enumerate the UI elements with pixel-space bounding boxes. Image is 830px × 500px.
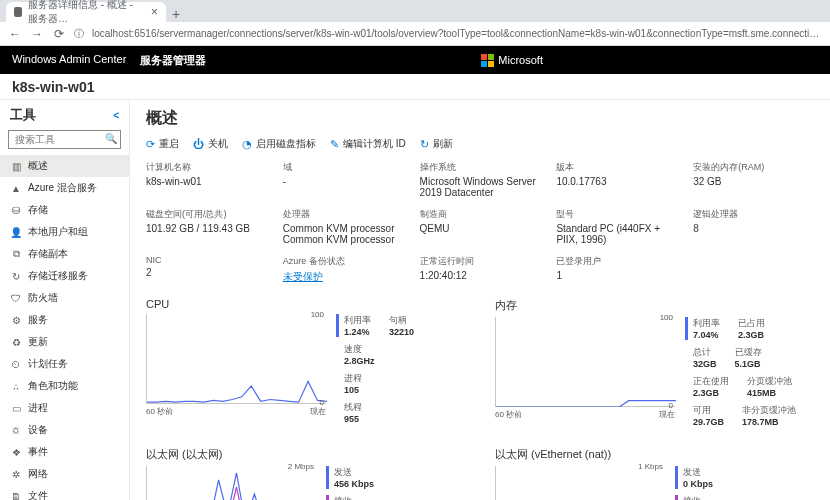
shutdown-button[interactable]: ⏻关机 <box>193 137 228 151</box>
nav-icon: ❖ <box>10 446 22 458</box>
metric: 已缓存5.1GB <box>727 346 762 369</box>
property-field: 逻辑处理器8 <box>693 208 814 245</box>
property-field: 正常运行时间1:20:40:12 <box>420 255 541 284</box>
refresh-button[interactable]: ↻刷新 <box>420 137 453 151</box>
sidebar-item-0[interactable]: ▥概述 <box>0 155 129 177</box>
sidebar-title: 工具 <box>10 106 36 124</box>
chart-title: 内存 <box>495 298 814 313</box>
breadcrumb[interactable]: 服务器管理器 <box>140 53 206 68</box>
sidebar-item-6[interactable]: 🛡防火墙 <box>0 287 129 309</box>
sidebar-item-label: 更新 <box>28 335 48 349</box>
field-label: 安装的内存(RAM) <box>693 161 814 174</box>
property-field: 制造商QEMU <box>420 208 541 245</box>
sidebar-item-label: 角色和功能 <box>28 379 78 393</box>
field-label: 域 <box>283 161 404 174</box>
edit-id-button[interactable]: ✎编辑计算机 ID <box>330 137 406 151</box>
chart-block: 以太网 (vEthernet (nat)) 1 Kbps 0 发送0 Kbps接… <box>495 447 814 500</box>
back-icon[interactable]: ← <box>8 27 22 41</box>
sidebar-item-8[interactable]: ♻更新 <box>0 331 129 353</box>
field-label: Azure 备份状态 <box>283 255 404 268</box>
field-label: 操作系统 <box>420 161 541 174</box>
sidebar-item-15[interactable]: 🗎文件 <box>0 485 129 500</box>
field-label: NIC <box>146 255 267 265</box>
field-value: 1:20:40:12 <box>420 270 541 281</box>
field-label: 正常运行时间 <box>420 255 541 268</box>
brand-label[interactable]: Windows Admin Center <box>12 53 126 68</box>
forward-icon[interactable]: → <box>30 27 44 41</box>
sidebar-item-7[interactable]: ⚙服务 <box>0 309 129 331</box>
chart-canvas: 2 Mbps 0 <box>146 466 316 500</box>
sidebar-item-2[interactable]: ⛁存储 <box>0 199 129 221</box>
nav-icon: ▲ <box>10 182 22 194</box>
chart-metrics: 发送0 Kbps接收0 Kbps <box>675 466 713 500</box>
sidebar-item-3[interactable]: 👤本地用户和组 <box>0 221 129 243</box>
sidebar-item-9[interactable]: ⏲计划任务 <box>0 353 129 375</box>
field-value: Microsoft Windows Server 2019 Datacenter <box>420 176 541 198</box>
sidebar-item-11[interactable]: ▭进程 <box>0 397 129 419</box>
azure-backup-link[interactable]: 未受保护 <box>283 271 323 282</box>
field-value: QEMU <box>420 223 541 234</box>
sidebar-item-label: 计划任务 <box>28 357 68 371</box>
field-value: 1 <box>556 270 677 281</box>
server-name: k8s-win-w01 <box>12 79 94 95</box>
charts-area: CPU 100 0 60 秒前现在 利用率1.24%句柄32210速度2.8GH… <box>146 298 814 500</box>
field-value: 8 <box>693 223 814 234</box>
field-label: 版本 <box>556 161 677 174</box>
chart-metrics: 利用率7.04%已占用2.3GB总计32GB已缓存5.1GB正在使用2.3GB分… <box>685 317 796 427</box>
field-label: 处理器 <box>283 208 404 221</box>
metric: 分页缓冲池415MB <box>739 375 792 398</box>
sidebar-item-label: 存储 <box>28 203 48 217</box>
metric: 已占用2.3GB <box>730 317 765 340</box>
chart-metrics: 发送456 Kbps接收176 Kbps <box>326 466 374 500</box>
field-value: 2 <box>146 267 267 278</box>
sidebar-item-14[interactable]: ✲网络 <box>0 463 129 485</box>
sidebar-search: 🔍 <box>8 130 121 149</box>
metric: 接收176 Kbps <box>326 495 374 500</box>
sidebar-item-label: 文件 <box>28 489 48 500</box>
sidebar-item-label: 存储副本 <box>28 247 68 261</box>
metric: 发送456 Kbps <box>326 466 374 489</box>
address-bar[interactable]: localhost:6516/servermanager/connections… <box>92 28 822 39</box>
sidebar: 工具 < 🔍 ▥概述▲Azure 混合服务⛁存储👤本地用户和组⧉存储副本↻存储迁… <box>0 100 130 500</box>
disk-icon: ◔ <box>242 138 252 151</box>
field-value: 10.0.17763 <box>556 176 677 187</box>
sidebar-item-label: Azure 混合服务 <box>28 181 97 195</box>
metric: 发送0 Kbps <box>675 466 713 489</box>
collapse-sidebar-icon[interactable]: < <box>113 110 119 121</box>
nav-icon: 🛡 <box>10 292 22 304</box>
nav-icon: ⧉ <box>10 248 22 260</box>
field-value: k8s-win-w01 <box>146 176 267 187</box>
disk-metrics-button[interactable]: ◔启用磁盘指标 <box>242 137 316 151</box>
restart-button[interactable]: ⟳重启 <box>146 137 179 151</box>
browser-tabstrip: 服务器详细信息 - 概述 - 服务器… × + <box>0 0 830 22</box>
property-field: 处理器Common KVM processorCommon KVM proces… <box>283 208 404 245</box>
close-tab-icon[interactable]: × <box>151 5 158 19</box>
metric: 正在使用2.3GB <box>685 375 729 398</box>
field-label: 计算机名称 <box>146 161 267 174</box>
nav-icon: 🗎 <box>10 490 22 500</box>
new-tab-button[interactable]: + <box>166 6 186 22</box>
sidebar-item-13[interactable]: ❖事件 <box>0 441 129 463</box>
sidebar-item-10[interactable]: ⛬角色和功能 <box>0 375 129 397</box>
search-icon[interactable]: 🔍 <box>105 133 117 144</box>
sidebar-item-12[interactable]: ⛭设备 <box>0 419 129 441</box>
tab-title: 服务器详细信息 - 概述 - 服务器… <box>28 0 145 26</box>
nav-icon: ✲ <box>10 468 22 480</box>
sidebar-item-4[interactable]: ⧉存储副本 <box>0 243 129 265</box>
chart-title: 以太网 (vEthernet (nat)) <box>495 447 814 462</box>
sidebar-item-5[interactable]: ↻存储迁移服务 <box>0 265 129 287</box>
browser-tab[interactable]: 服务器详细信息 - 概述 - 服务器… × <box>6 2 166 22</box>
sidebar-item-label: 概述 <box>28 159 48 173</box>
nav-icon: ↻ <box>10 270 22 282</box>
restart-icon: ⟳ <box>146 138 155 151</box>
sidebar-item-label: 网络 <box>28 467 48 481</box>
metric: 利用率7.04% <box>685 317 720 340</box>
reload-icon[interactable]: ⟳ <box>52 27 66 41</box>
sidebar-item-label: 进程 <box>28 401 48 415</box>
metric: 可用29.7GB <box>685 404 724 427</box>
property-field: 磁盘空间(可用/总共)101.92 GB / 119.43 GB <box>146 208 267 245</box>
property-field: Azure 备份状态未受保护 <box>283 255 404 284</box>
wac-header: Windows Admin Center 服务器管理器 Microsoft <box>0 46 830 74</box>
sidebar-item-1[interactable]: ▲Azure 混合服务 <box>0 177 129 199</box>
chart-block: CPU 100 0 60 秒前现在 利用率1.24%句柄32210速度2.8GH… <box>146 298 465 427</box>
